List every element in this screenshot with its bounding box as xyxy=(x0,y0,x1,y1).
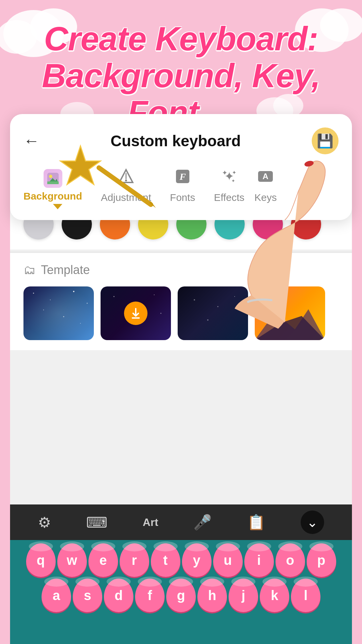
key-r[interactable]: r xyxy=(120,543,149,577)
key-q[interactable]: q xyxy=(26,543,56,577)
tab-effects-label: Effects xyxy=(214,192,244,203)
templates-row xyxy=(23,286,339,340)
svg-point-41 xyxy=(207,319,208,321)
tab-fonts[interactable]: F Fonts xyxy=(161,168,204,203)
svg-text:A: A xyxy=(263,172,268,181)
effects-icon: ✦ ✦ ✦ ✦ xyxy=(221,168,238,189)
fonts-icon: F xyxy=(174,168,191,189)
tab-keys[interactable]: A Keys xyxy=(254,168,277,203)
key-y[interactable]: y xyxy=(182,543,212,577)
key-d[interactable]: d xyxy=(104,579,133,612)
expand-chevron-btn[interactable]: ⌄ xyxy=(301,511,324,534)
svg-text:✦: ✦ xyxy=(222,169,227,176)
keyboard-tool-btn[interactable]: ⌨ xyxy=(86,514,108,531)
tab-keys-label: Keys xyxy=(254,192,277,203)
key-g[interactable]: g xyxy=(166,579,196,612)
key-f[interactable]: f xyxy=(135,579,165,612)
key-k[interactable]: k xyxy=(260,579,289,612)
svg-text:✦: ✦ xyxy=(231,178,235,183)
template-galaxy-purple[interactable] xyxy=(101,286,171,340)
template-galaxy-blue[interactable] xyxy=(23,286,94,340)
key-s[interactable]: s xyxy=(73,579,102,612)
svg-point-39 xyxy=(218,306,219,307)
keys-icon: A xyxy=(257,168,274,189)
svg-point-35 xyxy=(154,294,155,295)
svg-point-32 xyxy=(80,323,81,324)
keyboard-area: q w e r t y u i o p a s d f g h j k xyxy=(10,540,352,644)
key-h[interactable]: h xyxy=(197,579,227,612)
svg-point-26 xyxy=(33,293,34,294)
key-l[interactable]: l xyxy=(291,579,320,612)
key-p[interactable]: p xyxy=(307,543,336,577)
clipboard-tool-btn[interactable]: 📋 xyxy=(247,514,265,531)
svg-line-9 xyxy=(99,168,151,205)
svg-text:✦: ✦ xyxy=(232,170,236,175)
key-e[interactable]: e xyxy=(88,543,118,577)
svg-marker-8 xyxy=(60,146,101,184)
mic-tool-btn[interactable]: 🎤 xyxy=(193,514,212,531)
svg-point-29 xyxy=(87,303,88,304)
svg-point-38 xyxy=(194,299,195,301)
svg-text:F: F xyxy=(179,171,186,182)
key-a[interactable]: a xyxy=(42,579,71,612)
svg-point-30 xyxy=(43,310,44,310)
svg-point-36 xyxy=(161,313,162,314)
template-sunset-mountains[interactable] xyxy=(255,286,325,340)
template-title: 🗂 Template xyxy=(23,263,339,277)
svg-point-31 xyxy=(63,316,64,317)
svg-point-33 xyxy=(114,296,115,297)
key-i[interactable]: i xyxy=(244,543,274,577)
keyboard-row-2: a s d f g h j k l xyxy=(13,579,349,612)
key-o[interactable]: o xyxy=(276,543,305,577)
star-pointer xyxy=(47,139,161,213)
key-w[interactable]: w xyxy=(57,543,87,577)
back-button[interactable]: ← xyxy=(23,133,40,149)
svg-point-27 xyxy=(50,300,51,300)
title-line1: Create Keyboard: xyxy=(44,20,318,57)
key-j[interactable]: j xyxy=(229,579,258,612)
key-t[interactable]: t xyxy=(151,543,180,577)
template-dark-galaxy[interactable] xyxy=(178,286,248,340)
tab-fonts-label: Fonts xyxy=(170,192,195,203)
keyboard-toolbar: ⚙ ⌨ Art 🎤 📋 ⌄ xyxy=(10,504,352,540)
keyboard-row-1: q w e r t y u i o p xyxy=(13,543,349,577)
svg-point-40 xyxy=(234,296,235,297)
save-button[interactable]: 💾 xyxy=(312,127,339,154)
settings-tool-btn[interactable]: ⚙ xyxy=(38,514,51,531)
art-tool-btn[interactable]: Art xyxy=(143,516,158,529)
layers-icon: 🗂 xyxy=(23,263,36,277)
key-u[interactable]: u xyxy=(213,543,243,577)
svg-point-28 xyxy=(73,291,74,292)
tab-effects[interactable]: ✦ ✦ ✦ ✦ Effects xyxy=(204,168,254,203)
template-section: 🗂 Template xyxy=(10,253,352,350)
download-overlay xyxy=(124,302,147,325)
